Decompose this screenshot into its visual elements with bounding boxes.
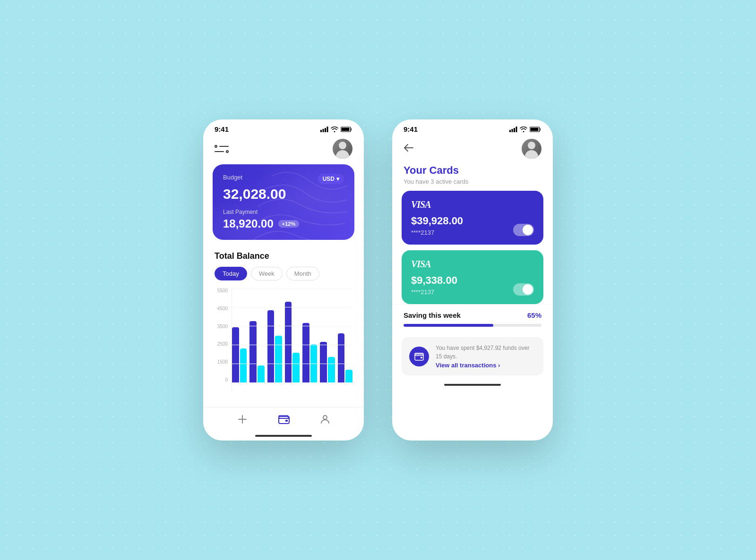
card-toggle-2[interactable] — [513, 283, 534, 296]
budget-card: Budget USD ▾ 32,028.00 Last Payment 18,9… — [213, 164, 354, 240]
svg-rect-9 — [285, 420, 288, 422]
tab-week[interactable]: Week — [251, 267, 283, 280]
chart-label-2500: 2500 — [215, 341, 228, 347]
bar-group-4 — [302, 323, 317, 382]
status-bar-2: 9:41 — [392, 119, 553, 137]
filter-line-1 — [219, 146, 229, 147]
bar-group-2 — [267, 310, 282, 382]
phone1-content: Budget USD ▾ 32,028.00 Last Payment 18,9… — [203, 137, 364, 441]
view-transactions-link[interactable]: View all transactions › — [436, 362, 536, 369]
battery-icon — [341, 127, 352, 132]
nav-wallet-button[interactable] — [278, 414, 290, 427]
bar-cyan-2 — [275, 336, 282, 382]
bar-blue-0 — [232, 327, 239, 382]
bar-blue-6 — [338, 333, 345, 382]
home-indicator-2 — [444, 384, 501, 386]
tab-row: Today Week Month — [215, 267, 352, 280]
filter-line-2 — [215, 151, 224, 152]
avatar-1[interactable] — [333, 139, 352, 159]
status-icons-2 — [509, 127, 541, 132]
bar-blue-2 — [267, 310, 275, 382]
visa-logo-1: VISA — [411, 199, 534, 210]
status-time-1: 9:41 — [215, 125, 229, 133]
battery-icon-2 — [530, 127, 541, 132]
chart-label-5500: 5500 — [215, 288, 228, 293]
bar-blue-3 — [285, 302, 292, 382]
tab-today[interactable]: Today — [215, 267, 247, 280]
tab-month[interactable]: Month — [286, 267, 319, 280]
svg-rect-18 — [421, 357, 422, 358]
progress-bar-fill — [404, 324, 493, 327]
filter-icon[interactable] — [215, 145, 229, 153]
nav-add-button[interactable] — [237, 414, 248, 427]
progress-bar-bg — [404, 324, 541, 327]
bar-group-1 — [249, 321, 264, 382]
visa-card-blue: VISA $39,928.00 ****2137 — [402, 191, 543, 245]
svg-rect-14 — [516, 127, 517, 132]
svg-rect-11 — [509, 130, 511, 132]
transaction-notice: You have spent $4,927.92 funds over 15 d… — [402, 337, 543, 375]
bar-blue-4 — [302, 323, 309, 382]
phone2-header — [392, 137, 553, 164]
bar-cyan-6 — [345, 370, 352, 382]
chart-labels: 0 1500 2500 3500 4500 5500 — [215, 288, 232, 392]
bar-cyan-5 — [328, 357, 335, 382]
chart-container: 0 1500 2500 3500 4500 5500 — [215, 288, 352, 392]
wifi-icon-2 — [520, 127, 527, 132]
phone-1: 9:41 — [203, 119, 364, 441]
status-bar-1: 9:41 — [203, 119, 364, 137]
bar-group-5 — [320, 342, 335, 382]
saving-row: Saving this week 65% — [404, 311, 541, 319]
card-toggle-1[interactable] — [513, 224, 534, 236]
bar-cyan-4 — [310, 344, 318, 382]
filter-dot-1 — [215, 145, 217, 148]
svg-rect-5 — [342, 127, 350, 131]
bar-group-6 — [338, 333, 352, 382]
wallet-icon-circle — [409, 347, 429, 366]
nav-profile-button[interactable] — [320, 414, 330, 427]
bar-group-3 — [285, 302, 300, 382]
bar-group-0 — [232, 327, 247, 382]
chart-label-4500: 4500 — [215, 306, 228, 311]
visa-card-green: VISA $9,338.00 ****2137 — [402, 250, 543, 304]
svg-rect-3 — [327, 127, 328, 132]
svg-point-10 — [323, 416, 327, 419]
saving-section: Saving this week 65% — [392, 304, 553, 331]
home-indicator-1 — [255, 435, 312, 437]
your-cards-subtitle: You have 3 active cards — [404, 178, 541, 185]
notice-content: You have spent $4,927.92 funds over 15 d… — [436, 344, 536, 369]
avatar-image-1 — [333, 139, 352, 159]
bar-blue-5 — [320, 342, 327, 382]
phone-2: 9:41 — [392, 119, 553, 441]
svg-rect-2 — [325, 128, 326, 132]
phone1-header — [203, 137, 364, 164]
status-time-2: 9:41 — [404, 125, 418, 133]
bar-cyan-1 — [258, 365, 265, 382]
svg-rect-1 — [323, 129, 324, 132]
phone2-content: Your Cards You have 3 active cards VISA … — [392, 137, 553, 441]
signal-icon-2 — [509, 127, 517, 132]
your-cards-title: Your Cards — [404, 164, 541, 177]
signal-icon — [320, 127, 328, 132]
cards-list: VISA $39,928.00 ****2137 VISA $9,338.00 … — [392, 191, 553, 304]
bar-blue-1 — [249, 321, 257, 382]
toggle-knob-2 — [523, 284, 533, 295]
bar-cyan-0 — [240, 348, 247, 382]
chart-label-0: 0 — [215, 377, 228, 382]
back-button[interactable] — [404, 144, 414, 154]
chart-label-3500: 3500 — [215, 324, 228, 329]
svg-rect-16 — [531, 127, 539, 131]
avatar-2[interactable] — [522, 139, 541, 159]
balance-title: Total Balance — [215, 251, 352, 261]
svg-rect-0 — [320, 130, 322, 132]
svg-rect-13 — [514, 128, 515, 132]
saving-label: Saving this week — [404, 311, 461, 319]
budget-amount: 32,028.00 — [223, 186, 344, 202]
bar-cyan-3 — [292, 353, 300, 382]
chart-bars — [232, 288, 352, 392]
avatar-image-2 — [522, 139, 541, 159]
chart-label-1500: 1500 — [215, 359, 228, 365]
filter-dot-2 — [226, 150, 229, 153]
toggle-knob-1 — [523, 225, 533, 235]
notice-text: You have spent $4,927.92 funds over 15 d… — [436, 344, 536, 361]
